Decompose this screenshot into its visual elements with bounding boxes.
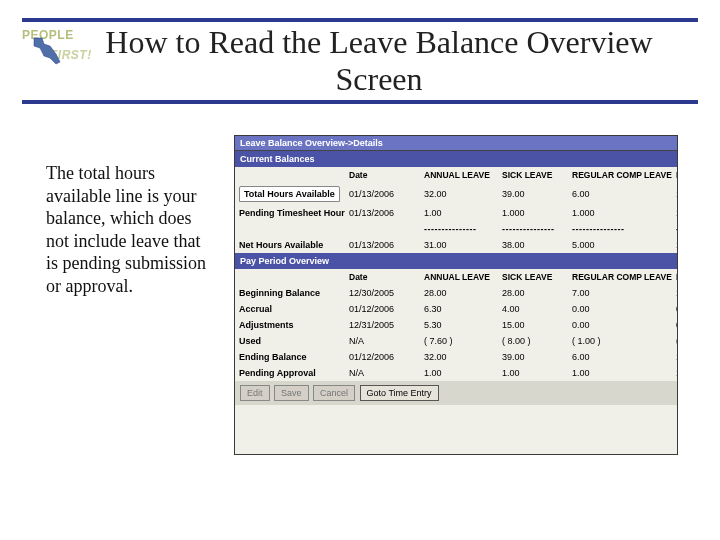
- cell-milita: 1.00: [672, 365, 678, 381]
- cell-comp: 7.00: [568, 285, 672, 301]
- button-bar: Edit Save Cancel Goto Time Entry: [235, 381, 677, 405]
- cell-annual: ---------------: [420, 221, 498, 237]
- row-label: Adjustments: [235, 317, 345, 333]
- description-text: The total hours available line is your b…: [46, 162, 216, 297]
- cell-annual: 32.00: [420, 186, 498, 202]
- table-row: Accrual01/12/20066.304.000.000.00: [235, 301, 677, 317]
- cell-comp: ---------------: [568, 221, 672, 237]
- col-blank: [235, 274, 345, 280]
- cell-sick: 28.00: [498, 285, 568, 301]
- table-row: UsedN/A( 7.60 )( 8.00 )( 1.00 )( 8.00 ): [235, 333, 677, 349]
- col-date: Date: [345, 269, 420, 285]
- cell-milita: 1.000: [672, 205, 678, 221]
- table-row: Ending Balance01/12/200632.0039.006.0012…: [235, 349, 677, 365]
- cell-date: N/A: [345, 333, 420, 349]
- row-label: [235, 226, 345, 232]
- cell-comp: 0.00: [568, 301, 672, 317]
- table-row: Adjustments12/31/20055.3015.000.000.00: [235, 317, 677, 333]
- cell-milita: 129.00: [672, 349, 678, 365]
- header-rule-top: [22, 18, 698, 22]
- cell-milita: 0.00: [672, 317, 678, 333]
- cell-comp: ( 1.00 ): [568, 333, 672, 349]
- cell-comp: 1.00: [568, 365, 672, 381]
- cell-sick: ( 8.00 ): [498, 333, 568, 349]
- row-label: Ending Balance: [235, 349, 345, 365]
- cell-milita: 128.000: [672, 237, 678, 253]
- row-label: Pending Timesheet Hours: [235, 205, 345, 221]
- cell-comp: 5.000: [568, 237, 672, 253]
- row-label: Beginning Balance: [235, 285, 345, 301]
- save-button[interactable]: Save: [274, 385, 309, 401]
- table-row: ----------------------------------------…: [235, 221, 677, 237]
- cell-date: 01/12/2006: [345, 301, 420, 317]
- row-label: Total Hours Available: [235, 183, 345, 205]
- current-columns: Date ANNUAL LEAVE SICK LEAVE REGULAR COM…: [235, 167, 677, 183]
- cell-annual: 1.00: [420, 205, 498, 221]
- row-label: Used: [235, 333, 345, 349]
- row-label: Accrual: [235, 301, 345, 317]
- cell-annual: 31.00: [420, 237, 498, 253]
- col-comp: REGULAR COMP LEAVE: [568, 167, 672, 183]
- cell-milita: 129.000: [672, 186, 678, 202]
- cell-comp: 6.00: [568, 349, 672, 365]
- cell-comp: 0.00: [568, 317, 672, 333]
- col-sick: SICK LEAVE: [498, 269, 568, 285]
- pay-period-heading: Pay Period Overview: [235, 253, 677, 269]
- col-date: Date: [345, 167, 420, 183]
- col-milita: MILITA: [672, 269, 678, 285]
- cell-comp: 1.000: [568, 205, 672, 221]
- cell-milita: 136.00: [672, 285, 678, 301]
- row-label: Pending Approval: [235, 365, 345, 381]
- header-rule-bottom: [22, 100, 698, 104]
- leave-balance-panel: Leave Balance Overview->Details Current …: [234, 135, 678, 455]
- edit-button[interactable]: Edit: [240, 385, 270, 401]
- col-blank: [235, 172, 345, 178]
- cell-annual: 5.30: [420, 317, 498, 333]
- cell-date: 12/31/2005: [345, 317, 420, 333]
- cell-sick: 39.00: [498, 186, 568, 202]
- page-title: How to Read the Leave Balance Overview S…: [60, 24, 698, 98]
- table-row: Total Hours Available01/13/200632.0039.0…: [235, 183, 677, 205]
- cell-milita: 0.00: [672, 301, 678, 317]
- cell-annual: ( 7.60 ): [420, 333, 498, 349]
- cell-sick: 15.00: [498, 317, 568, 333]
- row-label: Net Hours Available: [235, 237, 345, 253]
- col-milita: MILITA: [672, 167, 678, 183]
- col-comp: REGULAR COMP LEAVE: [568, 269, 672, 285]
- col-sick: SICK LEAVE: [498, 167, 568, 183]
- cell-sick: 38.00: [498, 237, 568, 253]
- cell-milita: -----------: [672, 221, 678, 237]
- cell-sick: 4.00: [498, 301, 568, 317]
- payperiod-columns: Date ANNUAL LEAVE SICK LEAVE REGULAR COM…: [235, 269, 677, 285]
- cell-milita: ( 8.00 ): [672, 333, 678, 349]
- cell-annual: 1.00: [420, 365, 498, 381]
- cell-sick: 1.00: [498, 365, 568, 381]
- goto-time-entry-button[interactable]: Goto Time Entry: [360, 385, 439, 401]
- cell-date: 01/13/2006: [345, 237, 420, 253]
- col-annual: ANNUAL LEAVE: [420, 167, 498, 183]
- cell-annual: 28.00: [420, 285, 498, 301]
- cell-date: N/A: [345, 365, 420, 381]
- cell-annual: 6.30: [420, 301, 498, 317]
- cell-date: 01/13/2006: [345, 205, 420, 221]
- table-row: Beginning Balance12/30/200528.0028.007.0…: [235, 285, 677, 301]
- cell-sick: 39.00: [498, 349, 568, 365]
- cell-sick: 1.000: [498, 205, 568, 221]
- cancel-button[interactable]: Cancel: [313, 385, 355, 401]
- cell-annual: 32.00: [420, 349, 498, 365]
- col-annual: ANNUAL LEAVE: [420, 269, 498, 285]
- cell-sick: ---------------: [498, 221, 568, 237]
- cell-comp: 6.00: [568, 186, 672, 202]
- table-row: Pending ApprovalN/A1.001.001.001.00: [235, 365, 677, 381]
- cell-date: 12/30/2005: [345, 285, 420, 301]
- cell-date: [345, 226, 420, 232]
- table-row: Net Hours Available01/13/200631.0038.005…: [235, 237, 677, 253]
- total-hours-available-tab[interactable]: Total Hours Available: [239, 186, 340, 202]
- table-row: Pending Timesheet Hours01/13/20061.001.0…: [235, 205, 677, 221]
- panel-titlebar: Leave Balance Overview->Details: [235, 136, 677, 151]
- cell-date: 01/13/2006: [345, 186, 420, 202]
- cell-date: 01/12/2006: [345, 349, 420, 365]
- current-balances-heading: Current Balances: [235, 151, 677, 167]
